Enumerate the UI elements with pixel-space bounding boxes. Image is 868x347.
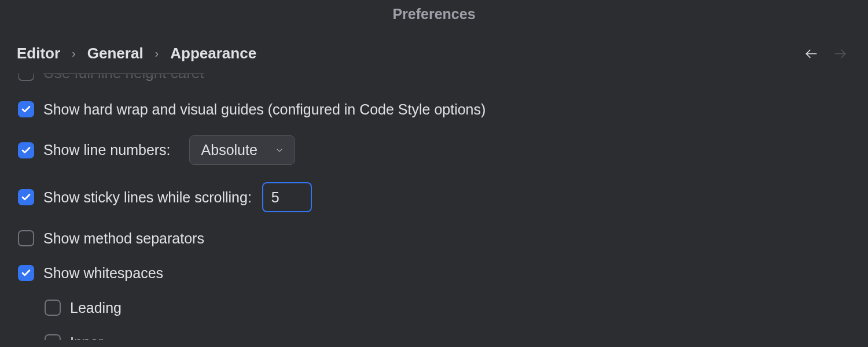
nav-arrows bbox=[804, 46, 851, 61]
leading-whitespace-checkbox[interactable] bbox=[45, 300, 61, 316]
chevron-down-icon bbox=[275, 142, 284, 158]
sticky-lines-checkbox[interactable] bbox=[18, 189, 34, 205]
breadcrumb: Editor › General › Appearance bbox=[17, 45, 256, 62]
back-arrow-icon[interactable] bbox=[804, 46, 819, 61]
line-numbers-checkbox[interactable] bbox=[18, 142, 34, 158]
line-numbers-select[interactable]: Absolute bbox=[189, 135, 295, 165]
inner-whitespace-checkbox[interactable] bbox=[45, 334, 61, 340]
line-numbers-label: Show line numbers: bbox=[43, 142, 171, 158]
breadcrumb-editor[interactable]: Editor bbox=[17, 45, 60, 62]
line-numbers-option: Show line numbers: Absolute bbox=[18, 135, 850, 165]
breadcrumb-general[interactable]: General bbox=[87, 45, 144, 62]
method-separators-label: Show method separators bbox=[43, 230, 204, 247]
breadcrumb-separator: › bbox=[155, 47, 159, 60]
full-line-height-caret-label: Use full line height caret bbox=[43, 73, 204, 80]
method-separators-option: Show method separators bbox=[18, 230, 850, 247]
sticky-lines-input[interactable] bbox=[262, 182, 312, 212]
whitespaces-label: Show whitespaces bbox=[43, 265, 163, 282]
breadcrumb-appearance[interactable]: Appearance bbox=[170, 45, 256, 62]
line-numbers-select-value: Absolute bbox=[201, 142, 258, 158]
breadcrumb-bar: Editor › General › Appearance bbox=[0, 28, 868, 73]
whitespaces-option: Show whitespaces bbox=[18, 264, 850, 282]
breadcrumb-separator: › bbox=[72, 47, 76, 60]
sticky-lines-label: Show sticky lines while scrolling: bbox=[43, 189, 252, 206]
forward-arrow-icon bbox=[833, 46, 848, 61]
leading-whitespace-option: Leading bbox=[45, 299, 850, 316]
whitespaces-checkbox[interactable] bbox=[18, 265, 34, 281]
hard-wrap-option: Show hard wrap and visual guides (config… bbox=[18, 101, 850, 118]
full-line-height-caret-checkbox[interactable] bbox=[18, 73, 34, 81]
sticky-lines-option: Show sticky lines while scrolling: bbox=[18, 182, 850, 212]
inner-whitespace-option: Inner bbox=[45, 334, 850, 340]
hard-wrap-checkbox[interactable] bbox=[18, 101, 34, 117]
partial-cut-option: Use full line height caret bbox=[18, 73, 850, 81]
leading-whitespace-label: Leading bbox=[70, 300, 122, 316]
window-title: Preferences bbox=[0, 0, 868, 28]
inner-whitespace-label: Inner bbox=[70, 334, 103, 341]
method-separators-checkbox[interactable] bbox=[18, 230, 34, 246]
hard-wrap-label: Show hard wrap and visual guides (config… bbox=[43, 101, 486, 118]
